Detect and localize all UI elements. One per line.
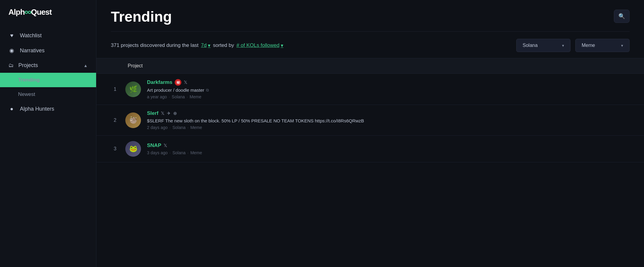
verified-badge: 秘 <box>175 79 181 86</box>
sidebar-item-alpha-hunters[interactable]: ● Alpha Hunters <box>0 102 96 116</box>
table-row[interactable]: 3 🐸 SNAP 𝕏 3 days ago · Solana · Meme <box>96 136 644 162</box>
sort-chevron-icon: ▾ <box>281 42 283 49</box>
row-description: $SLERF The new sloth on the block. 50% L… <box>147 118 630 123</box>
avatar-icon: 🐸 <box>129 145 137 153</box>
twitter-icon[interactable]: 𝕏 <box>184 80 187 85</box>
chain-dropdown-label: Solana <box>523 43 538 48</box>
sidebar-item-trending[interactable]: Trending <box>0 73 96 87</box>
logo-area: Alph∞Quest <box>0 0 96 26</box>
page-title: Trending <box>111 10 172 24</box>
row-info: Darkfarms 秘 𝕏 Art producer / doodle mast… <box>147 79 630 99</box>
twitter-icon[interactable]: 𝕏 <box>161 111 164 116</box>
copy-icon[interactable]: ⧉ <box>206 88 209 93</box>
avatar: 🦥 <box>125 112 141 128</box>
table-area: Project 1 🌿 Darkfarms 秘 𝕏 Art producer /… <box>96 58 644 267</box>
logo-symbol: ∞ <box>24 7 31 17</box>
project-column-header: Project <box>128 63 143 69</box>
category: Meme <box>190 125 202 130</box>
avatar-icon: 🌿 <box>129 85 137 93</box>
row-meta: a year ago · Solana · Meme <box>147 94 630 99</box>
filters-row: 371 projects discovered during the last … <box>96 32 644 52</box>
project-count-text: 371 projects discovered during the last <box>111 42 199 48</box>
sidebar-item-alpha-hunters-label: Alpha Hunters <box>20 106 54 112</box>
avatar: 🌿 <box>125 81 141 97</box>
avatar-icon: 🦥 <box>129 116 137 124</box>
table-row[interactable]: 2 🦥 Slerf 𝕏 ✈ ⊕ $SLERF The new sloth on … <box>96 105 644 136</box>
table-rows: 1 🌿 Darkfarms 秘 𝕏 Art producer / doodle … <box>96 74 644 162</box>
sorted-by-label: sorted by <box>213 42 234 48</box>
twitter-icon[interactable]: 𝕏 <box>164 143 167 148</box>
main-content: Trending 🔍 371 projects discovered durin… <box>96 0 644 267</box>
sidebar-item-newest-label: Newest <box>18 91 35 97</box>
project-name: Darkfarms <box>147 79 172 85</box>
period-value: 7d <box>201 42 207 48</box>
search-icon: 🔍 <box>618 13 625 20</box>
sidebar-item-projects[interactable]: 🗂 Projects ▲ <box>0 58 96 73</box>
chevron-up-icon: ▲ <box>83 63 88 68</box>
time-ago: 2 days ago <box>147 125 168 130</box>
table-row[interactable]: 1 🌿 Darkfarms 秘 𝕏 Art producer / doodle … <box>96 74 644 105</box>
sidebar-item-narratives[interactable]: ◉ Narratives <box>0 43 96 58</box>
logo-text-after: Quest <box>31 8 52 17</box>
project-name: SNAP <box>147 143 161 149</box>
sidebar-item-watchlist-label: Watchlist <box>20 32 42 39</box>
sidebar: Alph∞Quest ♥ Watchlist ◉ Narratives 🗂 Pr… <box>0 0 96 267</box>
chat-icon: ◉ <box>8 47 15 54</box>
header-area: Trending 🔍 <box>96 0 644 24</box>
row-description: Art producer / doodle master ⧉ <box>147 87 630 93</box>
category: Meme <box>190 150 202 155</box>
person-icon: ● <box>8 106 15 112</box>
row-name-row: Darkfarms 秘 𝕏 <box>147 79 630 86</box>
sidebar-item-narratives-label: Narratives <box>20 48 45 54</box>
sidebar-navigation: ♥ Watchlist ◉ Narratives 🗂 Projects ▲ Tr… <box>0 26 96 119</box>
period-chevron-icon: ▾ <box>208 42 211 49</box>
chain: Solana <box>172 150 186 155</box>
sidebar-item-newest[interactable]: Newest <box>0 87 96 102</box>
logo-text-before: Alph <box>8 8 25 17</box>
filter-left: 371 projects discovered during the last … <box>111 42 283 49</box>
category-dropdown-chevron-icon: ▾ <box>621 43 623 48</box>
project-name: Slerf <box>147 110 158 116</box>
row-rank: 2 <box>111 118 119 123</box>
sidebar-item-projects-label: Projects <box>18 62 38 69</box>
folder-icon: 🗂 <box>8 63 14 69</box>
chain-dropdown[interactable]: Solana ▾ <box>516 39 571 52</box>
search-button[interactable]: 🔍 <box>614 10 630 23</box>
heart-icon: ♥ <box>8 32 15 39</box>
chain-dropdown-chevron-icon: ▾ <box>562 43 564 48</box>
row-name-row: Slerf 𝕏 ✈ ⊕ <box>147 110 630 116</box>
logo: Alph∞Quest <box>8 7 52 17</box>
chain: Solana <box>172 125 186 130</box>
row-meta: 2 days ago · Solana · Meme <box>147 125 630 130</box>
row-name-row: SNAP 𝕏 <box>147 143 630 149</box>
sidebar-item-watchlist[interactable]: ♥ Watchlist <box>0 28 96 43</box>
table-header: Project <box>96 58 644 74</box>
category: Meme <box>190 94 202 99</box>
sort-filter[interactable]: # of KOLs followed ▾ <box>236 42 283 49</box>
time-ago: a year ago <box>147 94 167 99</box>
category-dropdown-label: Meme <box>582 43 595 48</box>
row-rank: 3 <box>111 146 119 152</box>
row-info: Slerf 𝕏 ✈ ⊕ $SLERF The new sloth on the … <box>147 110 630 130</box>
category-dropdown[interactable]: Meme ▾ <box>575 39 630 52</box>
telegram-icon[interactable]: ✈ <box>167 111 171 116</box>
avatar: 🐸 <box>125 141 141 157</box>
sort-value: # of KOLs followed <box>236 42 280 48</box>
row-meta: 3 days ago · Solana · Meme <box>147 150 630 155</box>
chain: Solana <box>172 94 185 99</box>
period-filter[interactable]: 7d ▾ <box>201 42 211 49</box>
sidebar-item-trending-label: Trending <box>18 77 40 83</box>
time-ago: 3 days ago <box>147 150 168 155</box>
row-info: SNAP 𝕏 3 days ago · Solana · Meme <box>147 143 630 155</box>
filter-right: Solana ▾ Meme ▾ <box>516 39 630 52</box>
row-rank: 1 <box>111 87 119 92</box>
globe-icon[interactable]: ⊕ <box>173 111 177 116</box>
